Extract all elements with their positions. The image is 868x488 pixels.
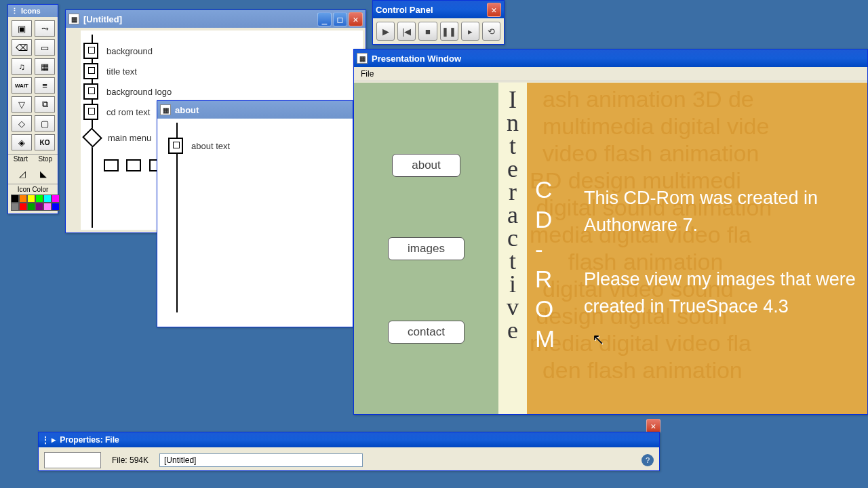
presentation-content: ash animation 3D de multimedia digital v…	[527, 83, 867, 414]
sound-icon-tool[interactable]: ♫	[12, 58, 32, 75]
flowline-window-icon: ▦	[68, 14, 79, 24]
decision-icon-tool[interactable]: ◇	[12, 115, 32, 131]
flow-icon-display[interactable]	[83, 43, 98, 59]
about-window: ▦ about about text	[157, 100, 353, 327]
swatch[interactable]	[35, 195, 43, 203]
flow-icon-display[interactable]	[168, 138, 183, 154]
display-icon-tool[interactable]: ▣	[12, 20, 32, 37]
reset-button[interactable]: |◀	[397, 22, 416, 41]
flow-subicon[interactable]	[126, 159, 141, 171]
flowline-titlebar[interactable]: ▦ [Untitled] _ □ ✕	[66, 10, 366, 28]
swatch[interactable]	[52, 203, 60, 211]
vertical-letter: t	[509, 134, 516, 157]
close-button[interactable]: ✕	[349, 12, 363, 26]
icons-palette-title: Icons	[21, 7, 41, 15]
images-button[interactable]: images	[388, 237, 465, 260]
about-canvas[interactable]: about text	[157, 119, 353, 327]
properties-thumbnail	[44, 452, 101, 468]
control-panel-window: Control Panel ✕ ▶ |◀ ■ ❚❚ ▸ ⟲	[372, 0, 505, 45]
vertical-letter: r	[509, 180, 517, 203]
about-body-text: This CD-Rom was created in Authorware 7.…	[584, 184, 861, 320]
flow-icon-display[interactable]	[83, 83, 98, 100]
icon-color-label: Icon Color	[8, 184, 58, 195]
flowline-title: [Untitled]	[83, 14, 122, 24]
start-stop-label-row: Start Stop	[8, 154, 58, 163]
flow-item-label[interactable]: background	[106, 46, 153, 56]
start-flag-tool[interactable]: ◿	[12, 165, 33, 182]
movie-icon-tool[interactable]: ▭	[35, 39, 55, 56]
motion-icon-tool[interactable]: ⤳	[35, 20, 55, 37]
mouse-cursor-icon: ↖	[592, 331, 604, 348]
swatch[interactable]	[43, 203, 52, 211]
about-titlebar[interactable]: ▦ about	[157, 101, 353, 119]
icons-palette-window: ⋮ Icons ▣ ⤳ ⌫ ▭ ♫ ▦ WAIT ≡ ▽ ⧉ ◇ ▢ ◈ KO …	[7, 4, 58, 214]
erase-icon-tool[interactable]: ⌫	[12, 39, 32, 56]
swatch[interactable]	[19, 203, 27, 211]
close-button[interactable]: ✕	[487, 3, 501, 17]
control-panel-titlebar[interactable]: Control Panel ✕	[373, 1, 504, 18]
nav-icon-tool[interactable]: ▽	[12, 96, 32, 113]
flow-subicon[interactable]	[104, 159, 119, 171]
properties-window: ⋮ ▸ Properties: File File: 594K [Untitle…	[38, 432, 660, 471]
stop-button[interactable]: ■	[418, 22, 437, 41]
pause-button[interactable]: ❚❚	[440, 22, 458, 41]
flow-icon-display[interactable]	[83, 63, 98, 79]
about-button[interactable]: about	[392, 154, 460, 177]
vertical-letter: n	[507, 111, 519, 134]
swatch[interactable]	[11, 195, 19, 203]
about-title: about	[175, 105, 199, 115]
trace-button[interactable]: ⟲	[482, 22, 500, 41]
vertical-letter: I	[509, 88, 517, 111]
video-icon-tool[interactable]: ▦	[35, 58, 55, 75]
flow-icon-display[interactable]	[83, 104, 98, 120]
swatch[interactable]	[35, 203, 43, 211]
wait-icon-tool[interactable]: WAIT	[12, 77, 32, 94]
vertical-letter: c	[507, 226, 518, 249]
cdrom-vertical-title: C D - R O M	[535, 175, 555, 354]
map-icon-tool[interactable]: ▢	[35, 115, 55, 131]
file-size-label: File: 594K	[112, 455, 149, 465]
presentation-window-icon: ▦	[357, 53, 368, 64]
swatch[interactable]	[19, 195, 27, 203]
flow-item-label[interactable]: cd rom text	[106, 107, 150, 117]
framework-icon-tool[interactable]: ⧉	[35, 96, 55, 113]
flow-icon-interaction[interactable]	[82, 127, 102, 148]
presentation-titlebar[interactable]: ▦ Presentation Window	[354, 49, 867, 67]
flow-item-label[interactable]: main menu	[108, 133, 151, 143]
flow-item-label[interactable]: title text	[106, 66, 137, 77]
close-button[interactable]: ✕	[646, 419, 660, 433]
control-panel-title: Control Panel	[376, 5, 433, 15]
contact-button[interactable]: contact	[388, 321, 465, 344]
stop-flag-tool[interactable]: ◣	[33, 165, 54, 182]
swatch[interactable]	[27, 203, 35, 211]
vertical-letter: i	[509, 272, 516, 296]
calc-icon-tool[interactable]: ≡	[35, 77, 55, 94]
vertical-letter: t	[509, 249, 516, 272]
filename-field[interactable]: [Untitled]	[159, 453, 363, 467]
step-button[interactable]: ▸	[461, 22, 479, 41]
presentation-window: ▦ Presentation Window File about images …	[353, 49, 868, 415]
color-swatches	[8, 195, 58, 214]
minimize-button[interactable]: _	[317, 12, 332, 26]
flow-item-label[interactable]: background logo	[106, 87, 172, 97]
menu-file[interactable]: File	[361, 69, 374, 79]
help-icon[interactable]: ?	[642, 454, 654, 466]
vertical-letter: a	[507, 203, 518, 226]
presentation-sidebar: about images contact	[354, 83, 498, 414]
interaction-icon-tool[interactable]: ◈	[12, 134, 32, 150]
properties-titlebar[interactable]: ⋮ ▸ Properties: File	[39, 432, 659, 447]
presentation-title: Presentation Window	[372, 54, 461, 64]
maximize-button[interactable]: □	[333, 12, 347, 26]
icons-palette-titlebar[interactable]: ⋮ Icons	[8, 5, 58, 17]
ko-icon-tool[interactable]: KO	[35, 134, 55, 150]
swatch[interactable]	[27, 195, 35, 203]
about-window-icon: ▦	[160, 104, 171, 115]
flow-item-label[interactable]: about text	[191, 141, 230, 151]
swatch[interactable]	[11, 203, 19, 211]
swatch[interactable]	[43, 195, 52, 203]
vertical-letter: v	[507, 296, 519, 319]
swatch[interactable]	[52, 195, 60, 203]
vertical-letter: e	[507, 157, 518, 180]
vertical-title-strip: Interactive	[498, 83, 527, 414]
play-button[interactable]: ▶	[376, 22, 395, 41]
